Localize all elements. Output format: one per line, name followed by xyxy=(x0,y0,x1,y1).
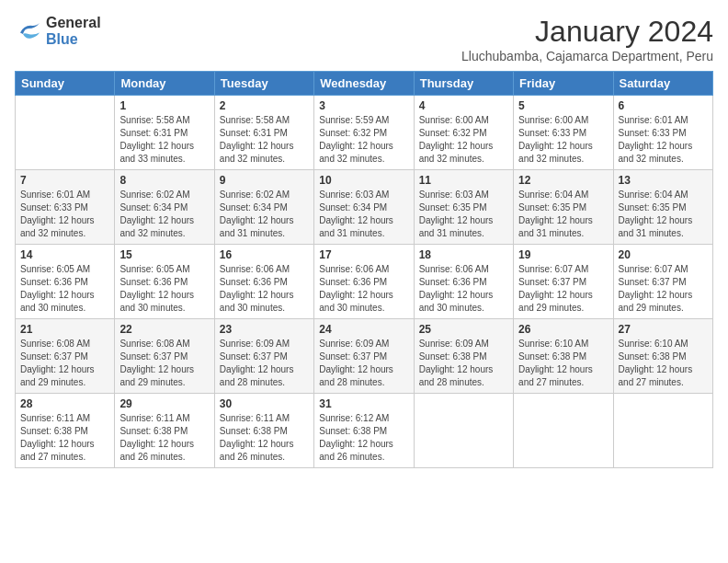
day-content: Sunrise: 6:09 AMSunset: 6:37 PMDaylight:… xyxy=(220,338,309,389)
day-content: Sunrise: 6:07 AMSunset: 6:37 PMDaylight:… xyxy=(518,263,608,315)
calendar-cell xyxy=(613,394,712,468)
day-number: 22 xyxy=(119,323,209,336)
day-content: Sunrise: 6:11 AMSunset: 6:38 PMDaylight:… xyxy=(119,412,209,464)
day-content: Sunrise: 6:00 AMSunset: 6:33 PMDaylight:… xyxy=(518,114,608,166)
calendar-table: SundayMondayTuesdayWednesdayThursdayFrid… xyxy=(15,71,713,468)
calendar-cell: 31Sunrise: 6:12 AMSunset: 6:38 PMDayligh… xyxy=(314,394,414,468)
day-number: 18 xyxy=(419,248,508,261)
day-number: 13 xyxy=(619,174,708,187)
calendar-week-row: 14Sunrise: 6:05 AMSunset: 6:36 PMDayligh… xyxy=(16,245,713,319)
day-content: Sunrise: 5:58 AMSunset: 6:31 PMDaylight:… xyxy=(220,114,309,166)
calendar-cell: 19Sunrise: 6:07 AMSunset: 6:37 PMDayligh… xyxy=(514,245,613,319)
day-number: 25 xyxy=(419,323,508,336)
day-number: 23 xyxy=(220,323,309,336)
calendar-week-row: 7Sunrise: 6:01 AMSunset: 6:33 PMDaylight… xyxy=(16,170,713,245)
calendar-cell: 17Sunrise: 6:06 AMSunset: 6:36 PMDayligh… xyxy=(314,245,414,319)
day-number: 28 xyxy=(20,397,109,410)
day-number: 4 xyxy=(419,99,508,112)
calendar-cell: 16Sunrise: 6:06 AMSunset: 6:36 PMDayligh… xyxy=(214,245,313,319)
header-tuesday: Tuesday xyxy=(214,72,313,96)
title-block: January 2024 Lluchubamba, Cajamarca Depa… xyxy=(461,15,713,63)
day-number: 11 xyxy=(419,174,508,187)
day-content: Sunrise: 6:00 AMSunset: 6:32 PMDaylight:… xyxy=(419,114,508,166)
day-content: Sunrise: 6:11 AMSunset: 6:38 PMDaylight:… xyxy=(20,412,109,464)
calendar-cell: 11Sunrise: 6:03 AMSunset: 6:35 PMDayligh… xyxy=(414,170,513,245)
calendar-cell: 30Sunrise: 6:11 AMSunset: 6:38 PMDayligh… xyxy=(214,394,313,468)
month-title: January 2024 xyxy=(461,15,713,49)
day-content: Sunrise: 5:59 AMSunset: 6:32 PMDaylight:… xyxy=(319,114,408,166)
header-friday: Friday xyxy=(514,72,613,96)
day-number: 21 xyxy=(20,323,109,336)
calendar-cell: 14Sunrise: 6:05 AMSunset: 6:36 PMDayligh… xyxy=(16,245,115,319)
header-sunday: Sunday xyxy=(16,72,115,96)
calendar-cell: 9Sunrise: 6:02 AMSunset: 6:34 PMDaylight… xyxy=(214,170,313,245)
calendar-cell: 23Sunrise: 6:09 AMSunset: 6:37 PMDayligh… xyxy=(214,319,313,394)
day-content: Sunrise: 6:12 AMSunset: 6:38 PMDaylight:… xyxy=(319,412,408,464)
day-content: Sunrise: 6:09 AMSunset: 6:37 PMDaylight:… xyxy=(319,338,408,389)
day-number: 12 xyxy=(518,174,608,187)
calendar-cell: 29Sunrise: 6:11 AMSunset: 6:38 PMDayligh… xyxy=(115,394,214,468)
calendar-cell: 21Sunrise: 6:08 AMSunset: 6:37 PMDayligh… xyxy=(16,319,115,394)
calendar-cell: 15Sunrise: 6:05 AMSunset: 6:36 PMDayligh… xyxy=(115,245,214,319)
day-number: 9 xyxy=(220,174,309,187)
day-content: Sunrise: 6:06 AMSunset: 6:36 PMDaylight:… xyxy=(319,263,408,315)
calendar-cell: 25Sunrise: 6:09 AMSunset: 6:38 PMDayligh… xyxy=(414,319,513,394)
day-content: Sunrise: 6:08 AMSunset: 6:37 PMDaylight:… xyxy=(119,338,209,389)
day-number: 2 xyxy=(220,99,309,112)
calendar-week-row: 28Sunrise: 6:11 AMSunset: 6:38 PMDayligh… xyxy=(16,394,713,468)
location: Lluchubamba, Cajamarca Department, Peru xyxy=(461,49,713,63)
calendar-cell: 1Sunrise: 5:58 AMSunset: 6:31 PMDaylight… xyxy=(115,96,214,170)
calendar-cell: 10Sunrise: 6:03 AMSunset: 6:34 PMDayligh… xyxy=(314,170,414,245)
calendar-cell: 6Sunrise: 6:01 AMSunset: 6:33 PMDaylight… xyxy=(613,96,712,170)
calendar-cell: 8Sunrise: 6:02 AMSunset: 6:34 PMDaylight… xyxy=(115,170,214,245)
calendar-cell xyxy=(16,96,115,170)
day-number: 27 xyxy=(619,323,708,336)
day-number: 15 xyxy=(119,248,209,261)
calendar-cell: 3Sunrise: 5:59 AMSunset: 6:32 PMDaylight… xyxy=(314,96,414,170)
day-number: 31 xyxy=(319,397,408,410)
day-number: 1 xyxy=(119,99,209,112)
day-number: 26 xyxy=(518,323,608,336)
page-header: General Blue January 2024 Lluchubamba, C… xyxy=(15,15,713,63)
calendar-cell: 22Sunrise: 6:08 AMSunset: 6:37 PMDayligh… xyxy=(115,319,214,394)
day-content: Sunrise: 5:58 AMSunset: 6:31 PMDaylight:… xyxy=(119,114,209,166)
day-content: Sunrise: 6:11 AMSunset: 6:38 PMDaylight:… xyxy=(220,412,309,464)
day-number: 16 xyxy=(220,248,309,261)
day-number: 6 xyxy=(619,99,708,112)
day-content: Sunrise: 6:03 AMSunset: 6:34 PMDaylight:… xyxy=(319,189,408,240)
calendar-cell: 27Sunrise: 6:10 AMSunset: 6:38 PMDayligh… xyxy=(613,319,712,394)
day-content: Sunrise: 6:01 AMSunset: 6:33 PMDaylight:… xyxy=(20,189,109,240)
calendar-cell: 4Sunrise: 6:00 AMSunset: 6:32 PMDaylight… xyxy=(414,96,513,170)
day-number: 19 xyxy=(518,248,608,261)
day-content: Sunrise: 6:02 AMSunset: 6:34 PMDaylight:… xyxy=(119,189,209,240)
day-content: Sunrise: 6:06 AMSunset: 6:36 PMDaylight:… xyxy=(419,263,508,315)
day-number: 20 xyxy=(619,248,708,261)
calendar-cell xyxy=(414,394,513,468)
header-thursday: Thursday xyxy=(414,72,513,96)
day-content: Sunrise: 6:04 AMSunset: 6:35 PMDaylight:… xyxy=(619,189,708,240)
day-content: Sunrise: 6:10 AMSunset: 6:38 PMDaylight:… xyxy=(518,338,608,389)
day-content: Sunrise: 6:08 AMSunset: 6:37 PMDaylight:… xyxy=(20,338,109,389)
day-number: 7 xyxy=(20,174,109,187)
day-content: Sunrise: 6:02 AMSunset: 6:34 PMDaylight:… xyxy=(220,189,309,240)
logo-bird-icon xyxy=(15,18,42,44)
day-content: Sunrise: 6:05 AMSunset: 6:36 PMDaylight:… xyxy=(20,263,109,315)
day-content: Sunrise: 6:06 AMSunset: 6:36 PMDaylight:… xyxy=(220,263,309,315)
day-content: Sunrise: 6:04 AMSunset: 6:35 PMDaylight:… xyxy=(518,189,608,240)
day-number: 17 xyxy=(319,248,408,261)
header-wednesday: Wednesday xyxy=(314,72,414,96)
calendar-cell: 13Sunrise: 6:04 AMSunset: 6:35 PMDayligh… xyxy=(613,170,712,245)
day-number: 24 xyxy=(319,323,408,336)
calendar-header-row: SundayMondayTuesdayWednesdayThursdayFrid… xyxy=(16,72,713,96)
calendar-cell: 24Sunrise: 6:09 AMSunset: 6:37 PMDayligh… xyxy=(314,319,414,394)
day-content: Sunrise: 6:03 AMSunset: 6:35 PMDaylight:… xyxy=(419,189,508,240)
day-content: Sunrise: 6:05 AMSunset: 6:36 PMDaylight:… xyxy=(119,263,209,315)
logo-text: General Blue xyxy=(46,15,101,48)
calendar-cell: 12Sunrise: 6:04 AMSunset: 6:35 PMDayligh… xyxy=(514,170,613,245)
calendar-cell xyxy=(514,394,613,468)
calendar-cell: 20Sunrise: 6:07 AMSunset: 6:37 PMDayligh… xyxy=(613,245,712,319)
calendar-week-row: 1Sunrise: 5:58 AMSunset: 6:31 PMDaylight… xyxy=(16,96,713,170)
day-content: Sunrise: 6:09 AMSunset: 6:38 PMDaylight:… xyxy=(419,338,508,389)
day-content: Sunrise: 6:10 AMSunset: 6:38 PMDaylight:… xyxy=(619,338,708,389)
day-number: 5 xyxy=(518,99,608,112)
